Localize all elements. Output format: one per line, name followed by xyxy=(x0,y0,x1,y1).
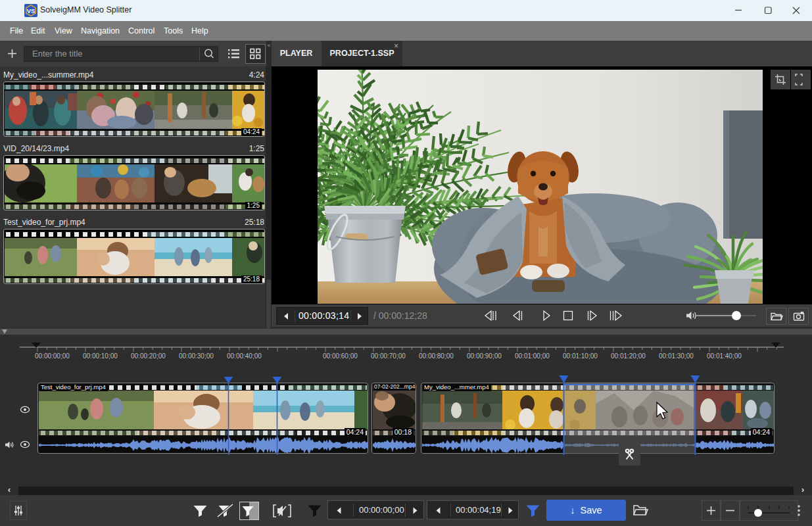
svg-text:VS: VS xyxy=(27,7,36,14)
